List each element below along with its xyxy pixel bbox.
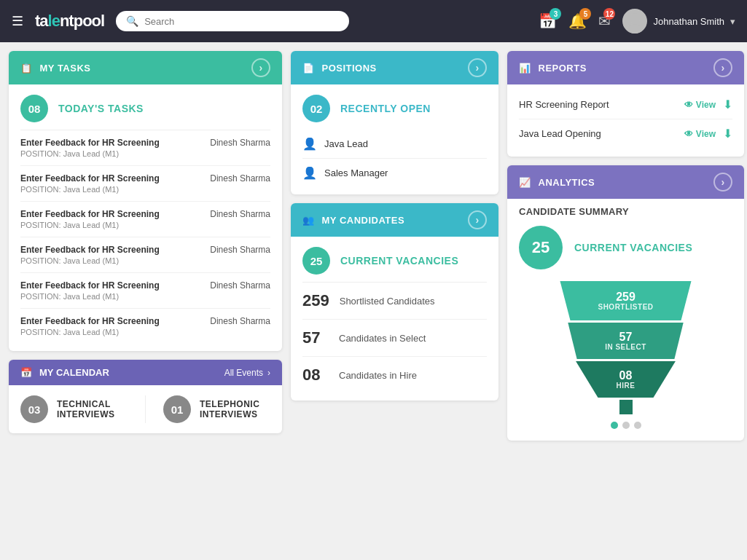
funnel-stem	[619, 400, 633, 414]
analytics-vac-circle: 25	[519, 226, 563, 269]
funnel-dot-2[interactable]	[622, 422, 630, 429]
candidate-stat-num: 57	[302, 328, 329, 347]
eye-icon: 👁	[684, 100, 693, 110]
position-item[interactable]: 👤 Sales Manager	[302, 159, 487, 187]
mail-badge: 12	[603, 8, 615, 20]
funnel-tier-hire: 08 HIRE	[571, 361, 681, 398]
user-menu[interactable]: Johnathan Smith ▾	[622, 9, 735, 33]
funnel-select-label: IN SELECT	[605, 343, 646, 351]
task-item[interactable]: Enter Feedback for HR Screening POSITION…	[20, 202, 270, 237]
funnel-shortlisted-label: SHORTLISTED	[598, 303, 653, 311]
candidate-stat-label: Shortlisted Candidates	[340, 296, 435, 307]
bell-badge: 5	[579, 8, 591, 20]
calendar-card: 📅 MY CALENDAR All Events › 03 TECHNICAL …	[9, 360, 282, 433]
avatar	[622, 9, 647, 33]
view-label: View	[696, 129, 716, 139]
funnel-dot-1[interactable]	[611, 422, 618, 429]
candidate-stat-row: 57 Candidates in Select	[302, 320, 487, 357]
navbar: ☰ talentpool 🔍 📅 3 🔔 5 ✉ 12 Johnathan Sm…	[0, 0, 747, 42]
calendar-card-icon: 📅	[20, 367, 32, 378]
recently-count-circle: 02	[302, 95, 330, 122]
cal-divider	[145, 395, 146, 423]
positions-card: 📄 POSITIONS › 02 RECENTLY OPEN 👤 Java Le…	[291, 51, 498, 194]
right-column: 📊 REPORTS › HR Screening Report 👁 View ⬇…	[507, 51, 744, 441]
task-assignee: Dinesh Sharma	[210, 209, 270, 219]
task-title: Enter Feedback for HR Screening	[20, 316, 160, 326]
candidates-body: 25 CURRENT VACANCIES 259 Shortlisted Can…	[291, 237, 498, 401]
task-title: Enter Feedback for HR Screening	[20, 280, 160, 291]
report-view-button[interactable]: 👁 View	[684, 100, 716, 110]
task-item[interactable]: Enter Feedback for HR Screening POSITION…	[20, 130, 270, 166]
logo: talentpool	[35, 12, 104, 31]
candidates-vac-row: 25 CURRENT VACANCIES	[302, 237, 487, 283]
calendar-item: 01 TELEPHONIC INTERVIEWS	[163, 395, 270, 423]
task-title: Enter Feedback for HR Screening	[20, 138, 160, 148]
recently-label: RECENTLY OPEN	[340, 103, 431, 114]
reports-header: 📊 REPORTS ›	[507, 51, 744, 84]
cal-item-label: TECHNICAL INTERVIEWS	[57, 399, 128, 419]
position-name: Java Lead	[324, 138, 368, 149]
report-view-button[interactable]: 👁 View	[684, 129, 716, 139]
current-vac-label: CURRENT VACANCIES	[340, 255, 458, 267]
tasks-count-row: 08 TODAY'S TASKS	[20, 84, 270, 130]
mail-notification[interactable]: ✉ 12	[598, 12, 611, 30]
today-label: TODAY'S TASKS	[58, 103, 144, 114]
search-input[interactable]	[144, 16, 339, 27]
download-icon[interactable]: ⬇	[723, 98, 732, 111]
eye-icon: 👁	[684, 129, 693, 139]
funnel-tier-shortlisted: 259 SHORTLISTED	[553, 281, 699, 320]
candidates-expand-button[interactable]: ›	[468, 210, 487, 229]
today-count-circle: 08	[20, 95, 48, 122]
task-assignee: Dinesh Sharma	[210, 138, 270, 148]
cal-count-circle: 01	[163, 395, 191, 423]
task-item[interactable]: Enter Feedback for HR Screening POSITION…	[20, 273, 270, 309]
person-icon: 👤	[302, 137, 317, 151]
funnel-chart: 259 SHORTLISTED 57 IN SELECT 08 HIRE	[553, 281, 699, 414]
positions-expand-button[interactable]: ›	[468, 58, 487, 77]
candidates-icon: 👥	[302, 215, 315, 226]
person-icon: 👤	[302, 166, 317, 180]
analytics-title: ANALYTICS	[539, 177, 595, 188]
position-item[interactable]: 👤 Java Lead	[302, 130, 487, 159]
search-bar[interactable]: 🔍	[116, 11, 349, 31]
funnel-dots	[519, 422, 732, 429]
view-label: View	[696, 100, 716, 110]
menu-icon[interactable]: ☰	[12, 13, 23, 29]
calendar-expand-icon: ›	[267, 368, 270, 378]
bell-notification[interactable]: 🔔 5	[568, 12, 587, 30]
task-item[interactable]: Enter Feedback for HR Screening POSITION…	[20, 237, 270, 273]
tasks-header: 📋 MY TASKS ›	[9, 51, 282, 84]
all-events-button[interactable]: All Events ›	[224, 368, 270, 378]
tasks-expand-button[interactable]: ›	[251, 58, 270, 77]
analytics-vac-label: CURRENT VACANCIES	[574, 242, 692, 253]
task-assignee: Dinesh Sharma	[210, 245, 270, 255]
left-column: 📋 MY TASKS › 08 TODAY'S TASKS Enter Feed…	[9, 51, 282, 441]
funnel-hire-label: HIRE	[617, 382, 635, 390]
report-name: HR Screening Report	[519, 99, 609, 110]
task-position: POSITION: Java Lead (M1)	[20, 256, 160, 265]
analytics-header: 📈 ANALYTICS ›	[507, 165, 744, 199]
svg-point-0	[630, 13, 640, 23]
positions-list: 👤 Java Lead 👤 Sales Manager	[302, 130, 487, 187]
task-item[interactable]: Enter Feedback for HR Screening POSITION…	[20, 309, 270, 344]
task-position: POSITION: Java Lead (M1)	[20, 149, 160, 158]
reports-expand-button[interactable]: ›	[713, 58, 732, 77]
task-position: POSITION: Java Lead (M1)	[20, 185, 160, 194]
task-title: Enter Feedback for HR Screening	[20, 209, 160, 219]
candidates-stats: 259 Shortlisted Candidates 57 Candidates…	[302, 283, 487, 393]
positions-count-row: 02 RECENTLY OPEN	[302, 84, 487, 130]
download-icon[interactable]: ⬇	[723, 127, 732, 141]
calendar-notification[interactable]: 📅 3	[539, 12, 557, 30]
report-row: Java Lead Opening 👁 View ⬇	[519, 119, 732, 148]
funnel-tier-select: 57 IN SELECT	[562, 323, 690, 359]
positions-icon: 📄	[302, 63, 315, 74]
report-name: Java Lead Opening	[519, 128, 601, 139]
task-position: POSITION: Java Lead (M1)	[20, 328, 160, 336]
current-vac-circle: 25	[302, 247, 330, 275]
task-item[interactable]: Enter Feedback for HR Screening POSITION…	[20, 166, 270, 202]
my-tasks-card: 📋 MY TASKS › 08 TODAY'S TASKS Enter Feed…	[9, 51, 282, 351]
funnel-dot-3[interactable]	[634, 422, 641, 429]
report-actions: 👁 View ⬇	[684, 98, 732, 111]
analytics-expand-button[interactable]: ›	[713, 173, 732, 192]
candidate-stat-label: Candidates in Hire	[339, 370, 417, 381]
